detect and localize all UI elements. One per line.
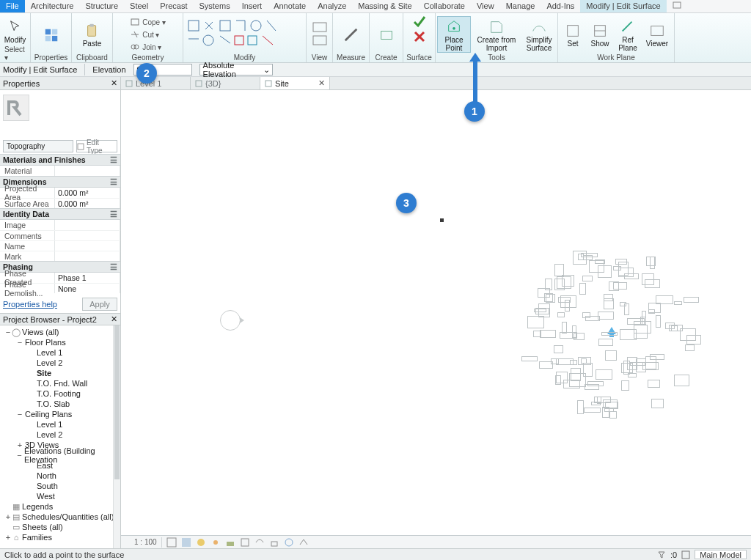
tree-sheets-all-[interactable]: ▭Sheets (all) [1, 522, 120, 532]
ref-plane-button[interactable]: Ref Plane [615, 17, 640, 52]
drawing-canvas[interactable]: 1 : 100 [121, 90, 751, 548]
tree-ceiling-plans[interactable]: −Ceiling Plans [1, 409, 120, 419]
vcb-reveal-icon[interactable] [284, 537, 294, 548]
project-browser-close-icon[interactable]: ✕ [111, 314, 117, 324]
view-tab--3d-[interactable]: {3D} [191, 77, 260, 89]
tree-floor-plans[interactable]: −Floor Plans [1, 337, 120, 347]
property-section-matfin[interactable]: Materials and Finishes☰ [0, 154, 120, 166]
paste-button[interactable]: Paste [76, 21, 109, 48]
properties-help-link[interactable]: Properties help [3, 300, 57, 309]
modify-arrow-button[interactable]: Modify [0, 17, 32, 44]
status-select-icon[interactable] [681, 550, 690, 559]
elevation-mode-select[interactable]: Absolute Elevation⌄ [199, 64, 273, 75]
tree-north[interactable]: North [1, 471, 120, 481]
property-row[interactable]: Mark [0, 251, 120, 261]
compass-icon[interactable] [220, 310, 241, 331]
ribbon-tab-systems[interactable]: Systems [193, 0, 235, 12]
type-selector[interactable]: Topography [3, 140, 73, 152]
vcb-more-icon[interactable] [298, 537, 309, 548]
ribbon-tab-annotate[interactable]: Annotate [268, 0, 312, 12]
set-button[interactable]: Set [561, 21, 585, 48]
tree-west[interactable]: West [1, 491, 120, 501]
tree-legends[interactable]: ▦Legends [1, 501, 120, 512]
vcb-lock-icon[interactable] [269, 537, 279, 548]
finish-icon[interactable] [412, 15, 427, 28]
workset-select[interactable]: Main Model [695, 550, 747, 559]
ribbon-tab-structure[interactable]: Structure [79, 0, 124, 12]
property-row[interactable]: Name [0, 240, 120, 251]
tree-t-o-footing[interactable]: T.O. Footing [1, 388, 120, 399]
property-row[interactable]: Material [0, 166, 120, 176]
create-button[interactable] [370, 25, 403, 44]
scrollbar[interactable] [113, 325, 120, 548]
collapse-icon[interactable]: ☰ [110, 155, 117, 164]
ribbon-overflow-icon[interactable] [667, 0, 687, 12]
simplify-surface-button[interactable]: Simplify Surface [522, 17, 556, 52]
view-icons[interactable] [310, 20, 329, 49]
select-panel-label[interactable]: Select ▾ [4, 45, 26, 62]
vcb-crop-icon[interactable] [240, 537, 250, 548]
vcb-visual-style-icon[interactable] [196, 537, 206, 548]
set-icon [564, 22, 582, 40]
create-from-import-button[interactable]: Create from Import [474, 17, 519, 52]
collapse-icon[interactable]: ☰ [110, 262, 117, 271]
properties-header: Properties ✕ [0, 77, 121, 90]
tree-level-2[interactable]: Level 2 [1, 430, 120, 440]
ribbon-tab-steel[interactable]: Steel [124, 0, 154, 12]
tree-site[interactable]: Site [1, 368, 120, 378]
ribbon-tab-massing-site[interactable]: Massing & Site [352, 0, 417, 12]
cope-button[interactable]: Cope ▾ [130, 16, 166, 28]
vcb-shadow-icon[interactable] [225, 537, 235, 548]
ribbon-tab-view[interactable]: View [471, 0, 500, 12]
tree-t-o-slab[interactable]: T.O. Slab [1, 399, 120, 409]
vcb-hide-icon[interactable] [254, 537, 265, 548]
show-button[interactable]: Show [587, 21, 612, 48]
vcb-model-graphics-icon[interactable] [166, 537, 177, 548]
viewer-button[interactable]: Viewer [643, 21, 671, 48]
property-row[interactable]: Surface Area0.000 m² [0, 198, 120, 208]
close-tab-icon[interactable]: ✕ [318, 78, 325, 88]
view-tab-level-1[interactable]: Level 1 [121, 77, 191, 89]
modify-icons[interactable] [186, 18, 304, 51]
tree-level-2[interactable]: Level 2 [1, 358, 120, 368]
ribbon-tab-collaborate[interactable]: Collaborate [418, 0, 471, 12]
cancel-icon[interactable] [412, 29, 427, 43]
tree-schedules-quantities-all-[interactable]: +▤Schedules/Quantities (all) [1, 512, 120, 522]
edit-type-button[interactable]: Edit Type [76, 140, 117, 152]
ribbon-tab-modify-edit-surface[interactable]: Modify | Edit Surface [580, 0, 666, 12]
tree-families[interactable]: +⌂Families [1, 532, 120, 542]
apply-button[interactable]: Apply [82, 298, 117, 311]
ribbon-tab-insert[interactable]: Insert [236, 0, 268, 12]
ribbon-tab-file[interactable]: File [0, 0, 25, 12]
cut-button[interactable]: Cut ▾ [130, 29, 159, 40]
property-row[interactable]: Phase Demolish...None [0, 283, 120, 293]
collapse-icon[interactable]: ☰ [110, 210, 117, 218]
view-tab-site[interactable]: Site✕ [260, 77, 330, 89]
property-section-ident[interactable]: Identity Data☰ [0, 208, 120, 220]
ribbon-tab-architecture[interactable]: Architecture [25, 0, 80, 12]
properties-button[interactable] [34, 25, 68, 44]
vcb-sun-icon[interactable] [210, 537, 221, 548]
property-row[interactable]: Image [0, 220, 120, 230]
tree-elevations-building-elevation[interactable]: −Elevations (Building Elevation [1, 450, 120, 460]
place-point-button[interactable]: Place Point [437, 16, 471, 53]
ribbon-tab-manage[interactable]: Manage [500, 0, 541, 12]
scale-display[interactable]: 1 : 100 [134, 538, 157, 546]
ribbon-tab-add-ins[interactable]: Add-Ins [541, 0, 580, 12]
vcb-detail-icon[interactable] [181, 537, 191, 548]
measure-button[interactable] [334, 25, 368, 44]
ribbon-tab-precast[interactable]: Precast [154, 0, 193, 12]
property-row[interactable]: Comments [0, 230, 120, 240]
scrollbar-thumb[interactable] [114, 325, 120, 479]
property-row[interactable]: Projected Area0.000 m² [0, 188, 120, 198]
tree-level-1[interactable]: Level 1 [1, 347, 120, 358]
tree-views-all-[interactable]: −◯Views (all) [1, 327, 120, 337]
join-button[interactable]: Join ▾ [130, 41, 161, 53]
tree-t-o-fnd-wall[interactable]: T.O. Fnd. Wall [1, 378, 120, 388]
tree-south[interactable]: South [1, 481, 120, 491]
ribbon-tab-analyze[interactable]: Analyze [312, 0, 352, 12]
properties-close-icon[interactable]: ✕ [111, 78, 117, 88]
tree-level-1[interactable]: Level 1 [1, 419, 120, 430]
collapse-icon[interactable]: ☰ [110, 177, 117, 186]
status-filter-icon[interactable] [657, 550, 666, 559]
